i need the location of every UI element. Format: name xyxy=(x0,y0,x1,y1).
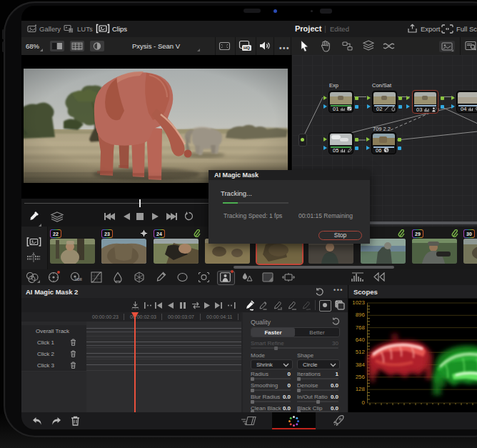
svg-text:HQ: HQ xyxy=(243,46,250,50)
